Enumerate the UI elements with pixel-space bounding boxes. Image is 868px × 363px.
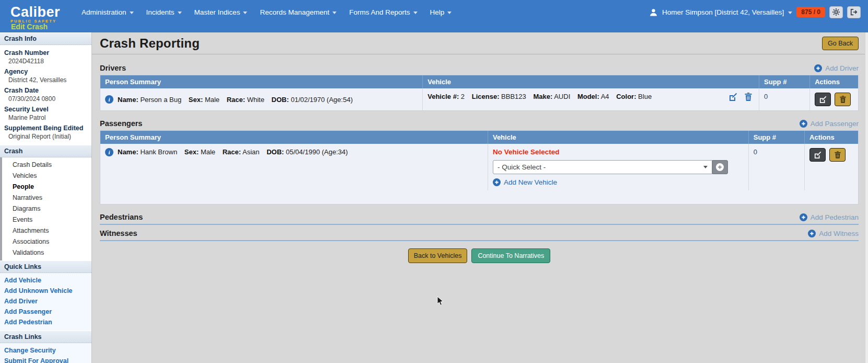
crash-link-change-security[interactable]: Change Security bbox=[0, 345, 91, 356]
field-crash-date: Crash Date 07/30/2024 0800 bbox=[0, 85, 91, 104]
delete-vehicle-icon[interactable] bbox=[745, 93, 752, 101]
settings-button[interactable] bbox=[829, 6, 843, 18]
col-actions: Actions bbox=[804, 131, 858, 144]
menu-administration[interactable]: Administration bbox=[75, 5, 140, 19]
person-field-label: Race: bbox=[223, 148, 241, 156]
passenger-person-summary: i Name: Hank Brown Sex: Male Race: Asian… bbox=[100, 144, 488, 190]
col-vehicle: Vehicle bbox=[488, 131, 748, 144]
chevron-down-icon bbox=[243, 12, 247, 14]
menu-records-management[interactable]: Records Management bbox=[253, 5, 343, 19]
crash-nav-list: Crash Details Vehicles People Narratives… bbox=[0, 157, 91, 260]
quick-select-dropdown[interactable]: - Quick Select - bbox=[493, 160, 712, 174]
quick-link-add-unknown-vehicle[interactable]: Add Unknown Vehicle bbox=[0, 286, 91, 296]
person-icon bbox=[649, 8, 658, 17]
go-back-button[interactable]: Go Back bbox=[822, 37, 859, 50]
field-label: Supplement Being Edited bbox=[4, 124, 87, 132]
crash-reporting-page: Caliber PUBLIC SAFETY Administration Inc… bbox=[0, 0, 868, 363]
sidebar-item-associations[interactable]: Associations bbox=[2, 236, 91, 247]
add-pedestrian-link[interactable]: Add Pedestrian bbox=[800, 213, 859, 221]
user-menu[interactable]: Homer Simpson [District 42, Versailles] bbox=[649, 8, 792, 17]
add-passenger-link[interactable]: Add Passenger bbox=[800, 120, 859, 128]
chevron-down-icon bbox=[178, 12, 182, 14]
add-driver-link[interactable]: Add Driver bbox=[814, 64, 859, 72]
trash-icon bbox=[840, 96, 846, 103]
add-witness-link[interactable]: Add Witness bbox=[808, 230, 859, 237]
edit-passenger-button[interactable] bbox=[809, 148, 826, 162]
menu-incidents[interactable]: Incidents bbox=[140, 5, 188, 19]
sidebar-item-people[interactable]: People bbox=[2, 182, 91, 192]
sidebar-item-narratives[interactable]: Narratives bbox=[2, 192, 91, 203]
crash-link-submit-for-approval[interactable]: Submit For Approval bbox=[0, 356, 91, 363]
col-supp: Supp # bbox=[748, 131, 804, 144]
sidebar-item-diagrams[interactable]: Diagrams bbox=[2, 203, 91, 214]
passenger-supp-number: 0 bbox=[748, 144, 804, 190]
notification-badge[interactable]: 875 / 0 bbox=[796, 7, 825, 17]
sidebar-item-events[interactable]: Events bbox=[2, 214, 91, 225]
vehicle-field-label: Vehicle #: bbox=[427, 93, 459, 100]
person-field-value: Male bbox=[205, 96, 219, 104]
person-field-value: Person a Bug bbox=[140, 96, 181, 104]
logo-title: Caliber bbox=[10, 5, 68, 19]
info-icon[interactable]: i bbox=[105, 95, 113, 104]
menu-help[interactable]: Help bbox=[424, 5, 458, 19]
chevron-down-icon bbox=[447, 12, 452, 14]
add-new-vehicle-link[interactable]: Add New Vehicle bbox=[493, 178, 744, 186]
sidebar-header-crash-info: Crash Info bbox=[0, 32, 91, 45]
section-divider bbox=[100, 224, 859, 225]
page-title-bar: Crash Reporting Go Back bbox=[92, 32, 868, 54]
vehicle-field-value: A4 bbox=[601, 93, 609, 100]
col-vehicle: Vehicle bbox=[422, 75, 759, 88]
add-new-vehicle-label: Add New Vehicle bbox=[504, 178, 557, 186]
witnesses-section-header: Witnesses Add Witness bbox=[100, 229, 859, 237]
menu-label: Administration bbox=[82, 8, 126, 16]
quick-link-add-passenger[interactable]: Add Passenger bbox=[0, 307, 91, 317]
add-witness-label: Add Witness bbox=[819, 230, 859, 237]
sidebar-item-crash-details[interactable]: Crash Details bbox=[2, 160, 91, 171]
quick-select-value: - Quick Select - bbox=[497, 163, 546, 171]
plus-circle-icon bbox=[493, 178, 501, 186]
vehicle-field-value: 2 bbox=[461, 93, 465, 100]
menu-forms-and-reports[interactable]: Forms And Reports bbox=[343, 5, 423, 19]
menu-label: Forms And Reports bbox=[349, 8, 410, 16]
edit-driver-button[interactable] bbox=[815, 93, 831, 106]
field-label: Crash Date bbox=[4, 86, 87, 95]
drivers-table-header: Person Summary Vehicle Supp # Actions bbox=[100, 75, 858, 88]
edit-crash-link[interactable]: Edit Crash bbox=[11, 22, 48, 31]
no-vehicle-selected-text: No Vehicle Selected bbox=[493, 148, 744, 156]
quick-link-add-driver[interactable]: Add Driver bbox=[0, 296, 91, 307]
delete-driver-button[interactable] bbox=[835, 93, 851, 106]
continue-to-narratives-button[interactable]: Continue To Narratives bbox=[471, 248, 550, 263]
sidebar-item-validations[interactable]: Validations bbox=[2, 247, 91, 258]
scrollbar-track[interactable] bbox=[865, 32, 868, 363]
delete-passenger-button[interactable] bbox=[829, 148, 846, 162]
person-field-label: Sex: bbox=[184, 148, 199, 156]
sidebar-item-vehicles[interactable]: Vehicles bbox=[2, 171, 91, 182]
plus-circle-icon bbox=[808, 230, 816, 237]
crash-links-list: Change Security Submit For Approval bbox=[0, 343, 91, 363]
logout-button[interactable] bbox=[847, 6, 861, 18]
back-to-vehicles-button[interactable]: Back to Vehicles bbox=[408, 248, 468, 263]
person-field-label: Name: bbox=[118, 148, 138, 156]
sidebar-item-attachments[interactable]: Attachments bbox=[2, 225, 91, 236]
caliber-logo: Caliber PUBLIC SAFETY bbox=[10, 5, 68, 24]
passenger-vehicle-cell: No Vehicle Selected - Quick Select - bbox=[488, 144, 748, 190]
field-label: Crash Number bbox=[4, 49, 87, 57]
plus-circle-icon bbox=[800, 213, 807, 221]
quick-link-add-pedestrian[interactable]: Add Pedestrian bbox=[0, 317, 91, 327]
passengers-table: Person Summary Vehicle Supp # Actions i … bbox=[100, 130, 859, 205]
quick-link-add-vehicle[interactable]: Add Vehicle bbox=[0, 275, 91, 286]
quick-select-add-button[interactable] bbox=[712, 160, 728, 174]
edit-icon bbox=[814, 151, 821, 158]
driver-row: i Name: Person a Bug Sex: Male Race: Whi… bbox=[100, 88, 858, 110]
quick-links-list: Add Vehicle Add Unknown Vehicle Add Driv… bbox=[0, 273, 91, 331]
passengers-heading: Passengers bbox=[100, 119, 142, 128]
top-navigation-bar: Caliber PUBLIC SAFETY Administration Inc… bbox=[0, 0, 868, 32]
field-value: 07/30/2024 0800 bbox=[4, 95, 87, 103]
sidebar: Crash Info Crash Number 2024D42118 Agenc… bbox=[0, 32, 92, 363]
menu-master-indices[interactable]: Master Indices bbox=[188, 5, 254, 19]
info-icon[interactable]: i bbox=[105, 148, 113, 156]
edit-vehicle-icon[interactable] bbox=[729, 93, 737, 101]
col-supp: Supp # bbox=[759, 75, 809, 88]
passengers-table-header: Person Summary Vehicle Supp # Actions bbox=[100, 131, 858, 144]
vehicle-field-label: Make: bbox=[533, 93, 552, 100]
